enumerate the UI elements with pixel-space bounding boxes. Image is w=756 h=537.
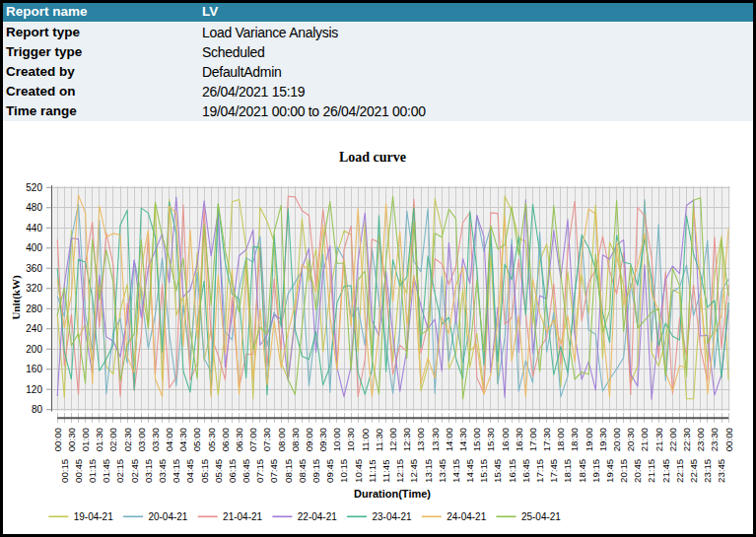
svg-text:06:30: 06:30 [234,427,244,451]
svg-text:03:15: 03:15 [143,459,154,483]
svg-text:14:15: 14:15 [450,459,461,483]
svg-text:16:45: 16:45 [520,459,531,483]
svg-text:280: 280 [26,303,42,314]
svg-text:08:00: 08:00 [276,427,287,451]
svg-text:04:30: 04:30 [177,427,188,451]
svg-text:09:30: 09:30 [317,427,328,451]
svg-text:16:15: 16:15 [507,459,517,483]
svg-text:240: 240 [26,323,42,334]
svg-text:06:45: 06:45 [241,459,251,483]
svg-text:09:15: 09:15 [310,459,321,483]
svg-text:19-04-21: 19-04-21 [74,511,113,522]
svg-text:Duration(Time): Duration(Time) [354,488,431,500]
svg-text:12:15: 12:15 [394,459,405,483]
svg-text:12:45: 12:45 [408,459,419,483]
svg-text:02:15: 02:15 [114,459,125,483]
svg-text:23:30: 23:30 [709,427,720,451]
svg-text:11:15: 11:15 [367,459,378,483]
svg-text:10:00: 10:00 [331,427,342,451]
svg-text:07:00: 07:00 [247,427,258,451]
svg-text:15:45: 15:45 [492,459,503,483]
svg-text:11:45: 11:45 [380,459,391,483]
svg-text:04:15: 04:15 [171,459,181,483]
svg-text:03:00: 03:00 [136,427,147,451]
svg-text:13:45: 13:45 [437,459,447,483]
svg-text:22:30: 22:30 [681,427,692,451]
svg-text:08:30: 08:30 [290,427,301,451]
svg-text:15:15: 15:15 [478,459,489,483]
svg-text:Unit(kW): Unit(kW) [10,275,23,320]
svg-text:03:30: 03:30 [150,427,161,451]
svg-text:15:00: 15:00 [471,427,482,451]
svg-text:23:45: 23:45 [716,459,726,483]
svg-text:11:30: 11:30 [374,428,384,451]
svg-text:12:30: 12:30 [401,427,412,451]
svg-text:00:15: 00:15 [59,459,70,483]
svg-text:520: 520 [26,182,42,193]
svg-text:22:45: 22:45 [688,459,699,483]
svg-text:23-04-21: 23-04-21 [373,511,412,522]
svg-text:00:30: 00:30 [66,427,77,451]
svg-text:15:30: 15:30 [485,427,496,451]
svg-text:21:45: 21:45 [660,459,671,483]
svg-text:160: 160 [26,364,42,374]
svg-text:16:30: 16:30 [514,427,524,451]
svg-text:02:30: 02:30 [122,427,133,451]
svg-text:05:45: 05:45 [213,459,224,483]
svg-text:23:15: 23:15 [702,459,713,483]
svg-text:05:30: 05:30 [206,427,217,451]
svg-text:20:30: 20:30 [625,427,636,451]
svg-text:05:00: 05:00 [191,427,202,451]
svg-text:21:30: 21:30 [653,427,664,451]
svg-text:20:45: 20:45 [632,459,643,483]
svg-text:06:00: 06:00 [220,427,231,451]
svg-text:00:00: 00:00 [52,427,63,451]
svg-text:03:45: 03:45 [157,459,168,483]
svg-text:00:45: 00:45 [73,459,84,483]
svg-text:02:45: 02:45 [129,459,140,483]
svg-text:360: 360 [26,263,42,274]
svg-text:05:15: 05:15 [199,459,210,483]
svg-text:09:00: 09:00 [304,427,314,451]
svg-text:13:30: 13:30 [430,427,441,451]
svg-text:12:00: 12:00 [387,427,398,451]
svg-text:22:15: 22:15 [674,459,685,483]
svg-text:19:45: 19:45 [604,459,615,483]
svg-text:21:15: 21:15 [646,459,656,483]
svg-text:22-04-21: 22-04-21 [298,511,337,522]
svg-text:25-04-21: 25-04-21 [521,511,561,522]
svg-text:13:15: 13:15 [423,459,434,483]
svg-text:04:00: 04:00 [164,427,174,451]
svg-text:14:00: 14:00 [444,427,454,451]
svg-text:18:45: 18:45 [577,459,587,483]
svg-text:80: 80 [32,404,43,415]
svg-text:14:45: 14:45 [464,459,475,483]
svg-text:13:00: 13:00 [415,427,426,451]
svg-text:18:30: 18:30 [569,427,580,451]
svg-text:14:30: 14:30 [457,427,468,451]
svg-text:18:15: 18:15 [562,459,573,483]
svg-text:21-04-21: 21-04-21 [223,511,262,522]
svg-text:18:00: 18:00 [555,427,566,451]
svg-text:09:45: 09:45 [324,459,335,483]
svg-text:08:15: 08:15 [283,459,294,483]
svg-text:08:45: 08:45 [297,459,308,483]
svg-text:04:45: 04:45 [184,459,195,483]
svg-text:11:00: 11:00 [360,428,371,451]
svg-text:19:15: 19:15 [590,459,601,483]
svg-text:19:30: 19:30 [597,427,608,451]
svg-text:17:00: 17:00 [527,427,538,451]
svg-text:01:45: 01:45 [101,459,111,483]
svg-text:400: 400 [26,242,42,253]
svg-text:07:45: 07:45 [268,459,279,483]
svg-text:01:30: 01:30 [94,427,104,451]
svg-text:01:15: 01:15 [87,459,98,483]
svg-text:10:30: 10:30 [345,427,356,451]
svg-text:22:00: 22:00 [667,427,678,451]
svg-text:07:30: 07:30 [261,427,272,451]
svg-text:480: 480 [26,202,42,213]
svg-text:06:15: 06:15 [227,459,238,483]
svg-text:10:45: 10:45 [353,459,364,483]
svg-text:16:00: 16:00 [500,427,511,451]
svg-text:20:00: 20:00 [611,427,622,451]
